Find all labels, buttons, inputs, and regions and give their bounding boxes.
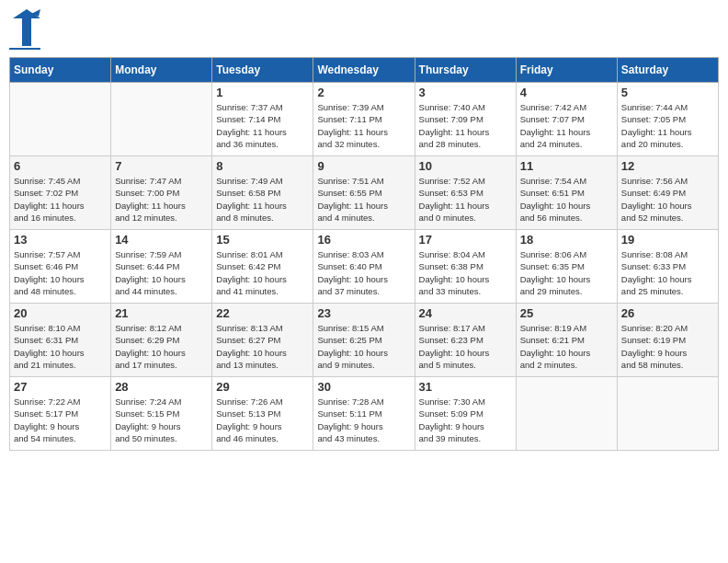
day-number: 14 [115,233,208,247]
calendar-cell [111,83,212,156]
calendar-cell: 17Sunrise: 8:04 AM Sunset: 6:38 PM Dayli… [415,230,516,304]
weekday-saturday: Saturday [617,58,718,83]
calendar-table: SundayMondayTuesdayWednesdayThursdayFrid… [9,57,719,451]
calendar-cell [10,83,111,156]
day-number: 4 [520,86,613,99]
day-number: 20 [14,306,107,320]
calendar-cell: 3Sunrise: 7:40 AM Sunset: 7:09 PM Daylig… [415,83,516,156]
calendar-cell: 28Sunrise: 7:24 AM Sunset: 5:15 PM Dayli… [111,377,212,451]
day-number: 22 [216,306,309,320]
day-number: 30 [317,380,410,394]
day-number: 28 [115,380,208,394]
calendar-cell: 23Sunrise: 8:15 AM Sunset: 6:25 PM Dayli… [313,304,415,377]
calendar-cell: 25Sunrise: 8:19 AM Sunset: 6:21 PM Dayli… [516,304,617,377]
day-info: Sunrise: 7:30 AM Sunset: 5:09 PM Dayligh… [419,396,512,444]
calendar-week-5: 27Sunrise: 7:22 AM Sunset: 5:17 PM Dayli… [10,377,719,451]
day-info: Sunrise: 7:56 AM Sunset: 6:49 PM Dayligh… [621,175,714,224]
calendar-week-2: 6Sunrise: 7:45 AM Sunset: 7:02 PM Daylig… [10,156,719,230]
day-number: 6 [14,159,107,173]
day-number: 29 [216,380,309,394]
day-number: 25 [520,306,613,320]
calendar-cell: 6Sunrise: 7:45 AM Sunset: 7:02 PM Daylig… [10,156,111,230]
day-info: Sunrise: 8:03 AM Sunset: 6:40 PM Dayligh… [317,248,410,297]
calendar-cell: 7Sunrise: 7:47 AM Sunset: 7:00 PM Daylig… [111,156,212,230]
day-info: Sunrise: 7:57 AM Sunset: 6:46 PM Dayligh… [14,248,107,297]
day-number: 2 [317,86,410,99]
day-info: Sunrise: 7:28 AM Sunset: 5:11 PM Dayligh… [317,396,410,444]
calendar-cell: 13Sunrise: 7:57 AM Sunset: 6:46 PM Dayli… [10,230,111,304]
weekday-wednesday: Wednesday [313,58,415,83]
day-info: Sunrise: 7:44 AM Sunset: 7:05 PM Dayligh… [621,101,714,150]
calendar-cell: 1Sunrise: 7:37 AM Sunset: 7:14 PM Daylig… [212,83,313,156]
day-info: Sunrise: 8:20 AM Sunset: 6:19 PM Dayligh… [621,322,714,371]
day-info: Sunrise: 7:24 AM Sunset: 5:15 PM Dayligh… [115,396,208,444]
day-number: 31 [419,380,512,394]
calendar-cell: 11Sunrise: 7:54 AM Sunset: 6:51 PM Dayli… [516,156,617,230]
calendar-cell: 16Sunrise: 8:03 AM Sunset: 6:40 PM Dayli… [313,230,415,304]
day-info: Sunrise: 8:08 AM Sunset: 6:33 PM Dayligh… [621,248,714,297]
calendar-cell: 10Sunrise: 7:52 AM Sunset: 6:53 PM Dayli… [415,156,516,230]
calendar-cell [617,377,718,451]
day-info: Sunrise: 7:54 AM Sunset: 6:51 PM Dayligh… [520,175,613,224]
day-info: Sunrise: 7:59 AM Sunset: 6:44 PM Dayligh… [115,248,208,297]
day-info: Sunrise: 7:42 AM Sunset: 7:07 PM Dayligh… [520,101,613,150]
day-info: Sunrise: 7:22 AM Sunset: 5:17 PM Dayligh… [14,396,107,444]
weekday-thursday: Thursday [415,58,516,83]
calendar-week-1: 1Sunrise: 7:37 AM Sunset: 7:14 PM Daylig… [10,83,719,156]
calendar-cell: 21Sunrise: 8:12 AM Sunset: 6:29 PM Dayli… [111,304,212,377]
calendar-cell: 14Sunrise: 7:59 AM Sunset: 6:44 PM Dayli… [111,230,212,304]
calendar-cell: 26Sunrise: 8:20 AM Sunset: 6:19 PM Dayli… [617,304,718,377]
day-number: 24 [419,306,512,320]
day-number: 1 [216,86,309,99]
day-number: 7 [115,159,208,173]
day-info: Sunrise: 7:49 AM Sunset: 6:58 PM Dayligh… [216,175,309,224]
day-number: 23 [317,306,410,320]
weekday-tuesday: Tuesday [212,58,313,83]
day-info: Sunrise: 7:40 AM Sunset: 7:09 PM Dayligh… [419,101,512,150]
day-info: Sunrise: 7:51 AM Sunset: 6:55 PM Dayligh… [317,175,410,224]
calendar-cell: 19Sunrise: 8:08 AM Sunset: 6:33 PM Dayli… [617,230,718,304]
day-info: Sunrise: 8:10 AM Sunset: 6:31 PM Dayligh… [14,322,107,371]
calendar-cell: 31Sunrise: 7:30 AM Sunset: 5:09 PM Dayli… [415,377,516,451]
weekday-sunday: Sunday [10,58,111,83]
calendar-week-4: 20Sunrise: 8:10 AM Sunset: 6:31 PM Dayli… [10,304,719,377]
calendar-cell: 8Sunrise: 7:49 AM Sunset: 6:58 PM Daylig… [212,156,313,230]
day-info: Sunrise: 7:26 AM Sunset: 5:13 PM Dayligh… [216,396,309,444]
page-header [9,9,719,50]
day-number: 26 [621,306,714,320]
weekday-friday: Friday [516,58,617,83]
day-info: Sunrise: 8:19 AM Sunset: 6:21 PM Dayligh… [520,322,613,371]
day-info: Sunrise: 7:45 AM Sunset: 7:02 PM Dayligh… [14,175,107,224]
day-info: Sunrise: 8:04 AM Sunset: 6:38 PM Dayligh… [419,248,512,297]
calendar-cell: 12Sunrise: 7:56 AM Sunset: 6:49 PM Dayli… [617,156,718,230]
calendar-cell: 20Sunrise: 8:10 AM Sunset: 6:31 PM Dayli… [10,304,111,377]
day-number: 3 [419,86,512,99]
day-number: 19 [621,233,714,247]
day-info: Sunrise: 7:52 AM Sunset: 6:53 PM Dayligh… [419,175,512,224]
weekday-header-row: SundayMondayTuesdayWednesdayThursdayFrid… [10,58,719,83]
calendar-cell: 27Sunrise: 7:22 AM Sunset: 5:17 PM Dayli… [10,377,111,451]
day-info: Sunrise: 8:13 AM Sunset: 6:27 PM Dayligh… [216,322,309,371]
calendar-week-3: 13Sunrise: 7:57 AM Sunset: 6:46 PM Dayli… [10,230,719,304]
day-number: 8 [216,159,309,173]
logo [9,9,40,50]
day-number: 27 [14,380,107,394]
calendar-cell: 30Sunrise: 7:28 AM Sunset: 5:11 PM Dayli… [313,377,415,451]
day-number: 17 [419,233,512,247]
day-number: 15 [216,233,309,247]
day-info: Sunrise: 7:37 AM Sunset: 7:14 PM Dayligh… [216,101,309,150]
day-number: 11 [520,159,613,173]
day-number: 10 [419,159,512,173]
day-info: Sunrise: 8:06 AM Sunset: 6:35 PM Dayligh… [520,248,613,297]
calendar-cell [516,377,617,451]
day-number: 13 [14,233,107,247]
day-info: Sunrise: 8:17 AM Sunset: 6:23 PM Dayligh… [419,322,512,371]
day-info: Sunrise: 8:15 AM Sunset: 6:25 PM Dayligh… [317,322,410,371]
day-info: Sunrise: 7:39 AM Sunset: 7:11 PM Dayligh… [317,101,410,150]
calendar-cell: 15Sunrise: 8:01 AM Sunset: 6:42 PM Dayli… [212,230,313,304]
calendar-cell: 22Sunrise: 8:13 AM Sunset: 6:27 PM Dayli… [212,304,313,377]
day-number: 21 [115,306,208,320]
day-number: 5 [621,86,714,99]
day-info: Sunrise: 8:01 AM Sunset: 6:42 PM Dayligh… [216,248,309,297]
calendar-body: 1Sunrise: 7:37 AM Sunset: 7:14 PM Daylig… [10,83,719,451]
